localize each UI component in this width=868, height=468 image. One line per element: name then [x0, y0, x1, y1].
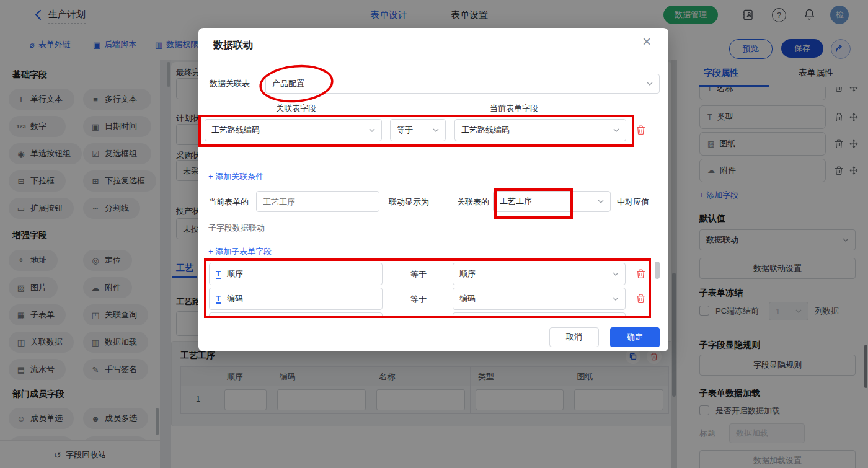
delete-condition-icon[interactable] — [636, 125, 645, 135]
display-suffix-label: 中对应值 — [617, 196, 649, 208]
display-middle-label: 联动显示为 — [389, 196, 429, 208]
chevron-down-icon — [613, 272, 619, 276]
subfield-row-clipped — [198, 312, 668, 316]
relation-table-value: 产品配置 — [272, 78, 304, 89]
delete-subfield-icon[interactable] — [636, 294, 645, 304]
display-field-input[interactable] — [256, 191, 379, 212]
text-field-icon: T — [216, 294, 221, 304]
cancel-button[interactable]: 取消 — [549, 327, 599, 347]
condition-current-field-value: 工艺路线编码 — [461, 125, 510, 136]
chevron-down-icon — [598, 200, 604, 203]
modal-header-divider — [198, 64, 668, 64]
subfield-value-select[interactable]: 编码 — [453, 288, 626, 310]
chevron-down-icon — [613, 297, 619, 301]
col-header-current: 当前表单字段 — [490, 103, 570, 114]
subfield-section-label: 子字段数据联动 — [208, 223, 265, 234]
subfield-field-box[interactable]: T 编码 — [209, 288, 383, 310]
display-related-select[interactable]: 工艺工序 — [493, 191, 611, 212]
chevron-down-icon — [433, 128, 439, 132]
subfield-value-select[interactable] — [453, 312, 626, 316]
relation-table-select[interactable]: 产品配置 — [265, 74, 660, 94]
condition-operator-value: 等于 — [397, 125, 413, 136]
subfield-field-label: 顺序 — [227, 268, 243, 280]
close-icon[interactable]: × — [642, 34, 651, 49]
chevron-down-icon — [369, 128, 375, 132]
subfield-field-box[interactable]: T 顺序 — [209, 263, 383, 285]
add-condition-link[interactable]: + 添加关联条件 — [208, 171, 264, 182]
condition-operator-select[interactable]: 等于 — [390, 119, 446, 141]
subfield-field-box[interactable] — [209, 312, 383, 316]
chevron-down-icon — [647, 82, 653, 86]
delete-subfield-icon[interactable] — [636, 269, 645, 279]
data-linkage-modal: 数据联动 × 数据关联表 产品配置 关联表字段 当前表单字段 工艺路线编码 等于… — [198, 28, 668, 351]
subfield-operator: 等于 — [410, 269, 427, 280]
subfield-rows-viewport: T 顺序 等于 顺序 T 编码 等于 编码 — [198, 260, 668, 316]
display-prefix-label: 当前表单的 — [208, 196, 249, 208]
col-header-related: 关联表字段 — [276, 103, 350, 114]
subfield-field-label: 编码 — [227, 293, 243, 304]
condition-related-field-value: 工艺路线编码 — [211, 125, 260, 136]
text-field-icon: T — [216, 270, 221, 279]
display-related-value: 工艺工序 — [500, 196, 532, 207]
subfield-operator: 等于 — [410, 294, 427, 305]
subfield-value-select[interactable]: 顺序 — [453, 263, 626, 285]
display-related-label: 关联表的 — [457, 196, 489, 208]
relation-table-label: 数据关联表 — [210, 78, 250, 89]
subfield-value: 编码 — [459, 293, 476, 304]
condition-current-field-select[interactable]: 工艺路线编码 — [454, 119, 626, 141]
app-page: 生产计划 表单设计 表单设置 数据管理 ? 检 ⌀ 表单外链 ▣ 后端脚本 ▥ … — [0, 0, 868, 468]
modal-title: 数据联动 — [213, 39, 253, 52]
chevron-down-icon — [613, 128, 619, 132]
confirm-button[interactable]: 确定 — [610, 327, 660, 347]
modal-scrollbar[interactable] — [655, 262, 660, 279]
add-subfield-link[interactable]: + 添加子表单字段 — [208, 246, 272, 257]
subfield-row: T 编码 等于 编码 — [198, 288, 668, 310]
subfield-value: 顺序 — [459, 268, 476, 280]
subfield-row: T 顺序 等于 顺序 — [198, 263, 668, 285]
condition-related-field-select[interactable]: 工艺路线编码 — [205, 119, 382, 141]
